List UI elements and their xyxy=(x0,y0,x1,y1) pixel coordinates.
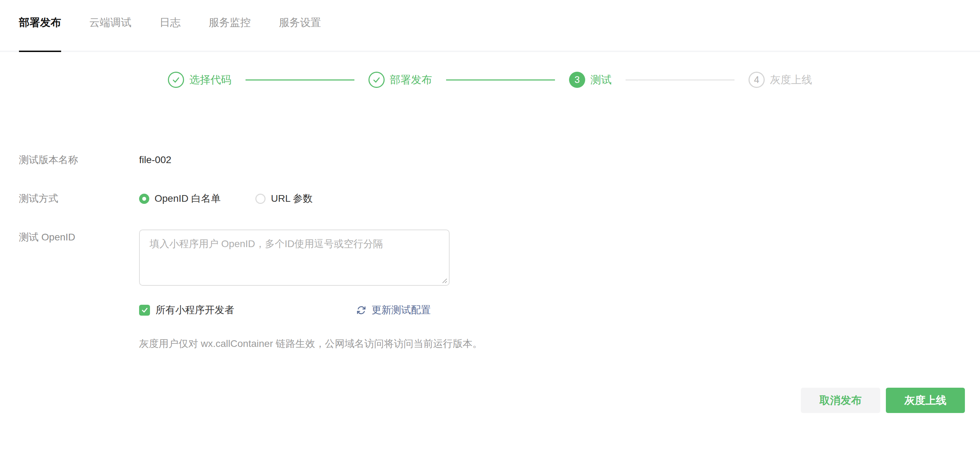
version-name-value: file-002 xyxy=(139,153,172,167)
test-openid-label: 测试 OpenID xyxy=(19,230,75,244)
openid-textarea-wrap xyxy=(139,230,450,286)
cancel-release-button[interactable]: 取消发布 xyxy=(801,388,880,413)
step-number-badge: 3 xyxy=(569,72,585,88)
radio-selected-icon[interactable] xyxy=(139,194,149,204)
step-label: 灰度上线 xyxy=(770,73,812,87)
step-deploy-release: 部署发布 xyxy=(369,72,432,88)
version-name-label: 测试版本名称 xyxy=(19,153,78,167)
update-test-config-link[interactable]: 更新测试配置 xyxy=(356,303,431,317)
tab-service-monitor[interactable]: 服务监控 xyxy=(208,16,251,51)
checkbox-check-icon[interactable] xyxy=(139,305,150,316)
radio-label: OpenID 白名单 xyxy=(154,192,221,205)
step-select-code: 选择代码 xyxy=(168,72,231,88)
test-method-radio-group: OpenID 白名单 URL 参数 xyxy=(139,192,313,206)
openid-textarea[interactable] xyxy=(139,230,450,286)
step-label: 测试 xyxy=(590,73,611,87)
step-connector xyxy=(446,80,555,80)
step-label: 选择代码 xyxy=(189,73,231,87)
tab-logs[interactable]: 日志 xyxy=(159,16,181,51)
gray-release-note: 灰度用户仅对 wx.callContainer 链路生效，公网域名访问将访问当前… xyxy=(139,337,482,351)
footer-actions: 取消发布 灰度上线 xyxy=(801,388,965,413)
step-connector xyxy=(625,80,735,80)
tab-cloud-debug[interactable]: 云端调试 xyxy=(89,16,131,51)
step-number-badge: 4 xyxy=(749,72,765,88)
check-circle-icon xyxy=(168,72,184,88)
radio-openid-whitelist[interactable]: OpenID 白名单 xyxy=(139,192,221,205)
step-label: 部署发布 xyxy=(390,73,432,87)
release-stepper: 选择代码 部署发布 3 测试 4 灰度上线 xyxy=(0,72,980,88)
tab-deploy-release[interactable]: 部署发布 xyxy=(19,16,61,51)
step-gray-release: 4 灰度上线 xyxy=(749,72,812,88)
tab-service-settings[interactable]: 服务设置 xyxy=(279,16,321,51)
tab-list: 部署发布 云端调试 日志 服务监控 服务设置 xyxy=(19,0,980,51)
test-method-label: 测试方式 xyxy=(19,192,58,206)
refresh-icon xyxy=(356,305,366,315)
radio-url-param[interactable]: URL 参数 xyxy=(255,192,313,205)
update-link-label: 更新测试配置 xyxy=(372,303,431,317)
all-developers-checkbox[interactable]: 所有小程序开发者 xyxy=(139,303,234,317)
deploy-release-page: 部署发布 云端调试 日志 服务监控 服务设置 选择代码 部署发布 3 测试 xyxy=(0,0,980,471)
radio-label: URL 参数 xyxy=(271,192,313,205)
tab-bar: 部署发布 云端调试 日志 服务监控 服务设置 xyxy=(0,0,980,52)
check-circle-icon xyxy=(369,72,385,88)
gray-release-button[interactable]: 灰度上线 xyxy=(886,388,965,413)
step-connector xyxy=(245,80,355,80)
radio-unselected-icon[interactable] xyxy=(255,194,266,204)
checkbox-label: 所有小程序开发者 xyxy=(156,303,234,317)
step-test: 3 测试 xyxy=(569,72,611,88)
